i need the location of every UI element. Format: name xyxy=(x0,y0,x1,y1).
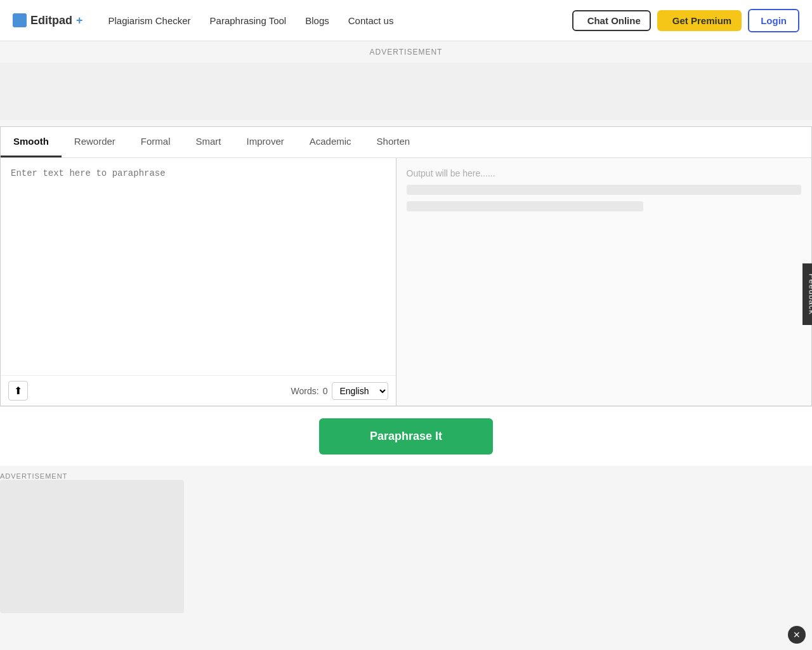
output-panel: Output will be here...... xyxy=(396,158,812,406)
upload-icon: ⬆ xyxy=(14,385,22,396)
paraphrase-tool: Smooth Reworder Formal Smart Improver Ac… xyxy=(0,126,812,406)
chat-button[interactable]: Chat Online xyxy=(572,10,651,31)
bottom-ad-label: ADVERTISEMENT xyxy=(0,472,184,480)
output-line-2 xyxy=(407,201,644,211)
close-button[interactable]: ✕ xyxy=(788,626,806,644)
feedback-tab[interactable]: Feedback xyxy=(802,263,813,325)
word-count-value: 0 xyxy=(323,386,328,396)
upload-button[interactable]: ⬆ xyxy=(8,381,28,401)
tab-formal[interactable]: Formal xyxy=(128,127,183,157)
paraphrase-button[interactable]: Paraphrase It xyxy=(319,418,493,454)
tab-smart[interactable]: Smart xyxy=(183,127,234,157)
language-select[interactable]: English French Spanish xyxy=(332,382,388,400)
ad-space-top xyxy=(0,63,812,120)
logo-plus: + xyxy=(76,14,83,27)
word-count: Words: 0 English French Spanish xyxy=(291,382,388,400)
tab-reworder[interactable]: Reworder xyxy=(62,127,128,157)
paraphrase-btn-wrapper: Paraphrase It xyxy=(0,406,812,466)
tab-improver[interactable]: Improver xyxy=(234,127,297,157)
tab-shorten[interactable]: Shorten xyxy=(364,127,423,157)
tab-academic[interactable]: Academic xyxy=(297,127,364,157)
word-count-label: Words: xyxy=(291,386,319,396)
nav-links: Plagiarism Checker Paraphrasing Tool Blo… xyxy=(108,15,549,26)
navbar: Editpad + Plagiarism Checker Paraphrasin… xyxy=(0,0,812,41)
logo-text: Editpad xyxy=(30,14,72,27)
nav-paraphrasing[interactable]: Paraphrasing Tool xyxy=(210,15,287,26)
ad-banner-top: ADVERTISEMENT xyxy=(0,41,812,63)
logo-icon xyxy=(13,13,27,27)
tabs-bar: Smooth Reworder Formal Smart Improver Ac… xyxy=(1,127,811,158)
tab-smooth[interactable]: Smooth xyxy=(1,127,62,157)
bottom-ad-section: ADVERTISEMENT xyxy=(0,466,812,620)
logo[interactable]: Editpad + xyxy=(13,13,83,27)
nav-contact[interactable]: Contact us xyxy=(348,15,394,26)
search-button[interactable] xyxy=(561,18,566,23)
output-placeholder: Output will be here...... xyxy=(407,168,802,178)
nav-plagiarism[interactable]: Plagiarism Checker xyxy=(108,15,191,26)
input-footer: ⬆ Words: 0 English French Spanish xyxy=(1,375,396,406)
login-button[interactable]: Login xyxy=(748,9,799,32)
input-textarea[interactable] xyxy=(1,158,396,375)
input-panel: ⬆ Words: 0 English French Spanish xyxy=(1,158,396,406)
output-line-1 xyxy=(407,185,802,195)
chat-label: Chat Online xyxy=(587,15,641,26)
premium-button[interactable]: Get Premium xyxy=(657,10,742,31)
navbar-actions: Chat Online Get Premium Login xyxy=(549,9,799,32)
editor-area: ⬆ Words: 0 English French Spanish Output… xyxy=(1,158,811,406)
theme-toggle-button[interactable] xyxy=(549,18,554,23)
nav-blogs[interactable]: Blogs xyxy=(305,15,329,26)
bottom-ad-box xyxy=(0,480,184,613)
premium-label: Get Premium xyxy=(672,15,731,26)
